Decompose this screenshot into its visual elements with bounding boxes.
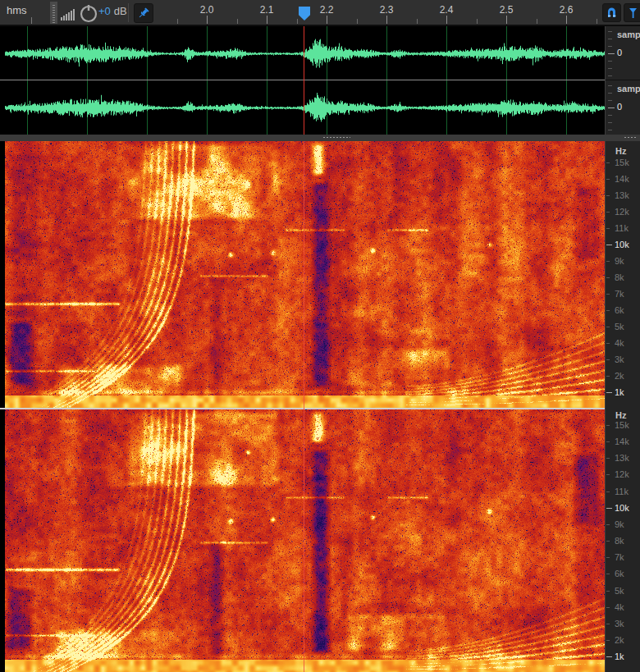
frequency-label: 15k <box>615 420 629 430</box>
amplitude-zero-label: 0 <box>617 102 622 112</box>
frequency-label: 1k <box>615 387 624 397</box>
pane-divider[interactable] <box>0 135 640 141</box>
frequency-label: 8k <box>615 272 624 282</box>
ruler-tick-minor <box>477 19 478 24</box>
amplitude-tick <box>608 75 612 76</box>
vertical-rulers[interactable]: samp0samp0Hz15k14k13k12k11k10k9k8k7k6k5k… <box>605 26 640 672</box>
divider-grip[interactable] <box>322 136 350 139</box>
frequency-tick <box>606 294 610 295</box>
spectrogram-channel-1[interactable] <box>5 141 605 408</box>
frequency-label: 4k <box>615 338 624 348</box>
waveform-channel-2[interactable] <box>5 80 605 135</box>
frequency-tick <box>606 441 610 442</box>
audio-editor-window: hms +0dB <box>0 0 640 672</box>
amplitude-tick <box>608 100 612 101</box>
ruler-tick-major <box>506 16 507 24</box>
amplitude-tick <box>608 61 612 62</box>
frequency-label: 9k <box>615 519 624 529</box>
frequency-tick <box>606 343 610 344</box>
frequency-label: 1k <box>615 651 624 661</box>
frequency-tick <box>606 212 610 213</box>
frequency-tick <box>606 458 610 459</box>
amplitude-tick <box>608 115 612 116</box>
frequency-tick <box>606 541 610 542</box>
frequency-tick <box>606 162 610 163</box>
amplitude-tick <box>608 93 612 94</box>
ruler-tick-major <box>446 16 447 24</box>
ruler-tick-minor <box>297 19 298 24</box>
amplitude-tick <box>608 31 612 32</box>
frequency-label: 5k <box>615 586 624 596</box>
ruler-tick-minor <box>237 19 238 24</box>
amplitude-tick <box>608 130 612 130</box>
frequency-label: 3k <box>615 619 624 629</box>
frequency-tick <box>606 607 610 608</box>
ruler-tick-major <box>566 16 567 24</box>
playhead-line-spectrogram <box>304 141 304 672</box>
frequency-tick <box>606 491 610 492</box>
frequency-label: 6k <box>615 569 624 578</box>
waveform-channel-1[interactable] <box>5 26 605 80</box>
frequency-label: 14k <box>615 174 629 184</box>
frequency-tick <box>606 656 612 657</box>
magnet-button[interactable] <box>602 3 621 22</box>
ruler-tick-minor <box>597 19 597 24</box>
frequency-label: 4k <box>615 602 624 612</box>
amplitude-unit-label: samp <box>617 30 640 39</box>
frequency-tick <box>606 179 610 180</box>
frequency-label: 3k <box>615 354 624 364</box>
frequency-label: 5k <box>615 322 624 331</box>
ruler-tick-major <box>267 16 267 24</box>
frequency-tick <box>606 261 610 262</box>
frequency-tick <box>606 228 610 229</box>
amplitude-tick <box>608 39 612 39</box>
razor-pin-button[interactable] <box>624 3 640 22</box>
frequency-unit-label: Hz <box>615 146 626 156</box>
frequency-label: 11k <box>615 223 629 233</box>
frequency-tick <box>606 195 610 196</box>
frequency-label: 15k <box>615 158 629 167</box>
ruler-channel-separator <box>606 80 640 80</box>
ruler-tick-major <box>386 16 387 24</box>
ruler-tick-minor <box>177 19 178 24</box>
amplitude-tick <box>608 68 612 69</box>
ruler-tick-major <box>327 16 327 24</box>
time-label: 2.6 <box>554 4 578 16</box>
time-label: 2.0 <box>194 4 219 16</box>
ruler-tick-minor <box>417 19 418 24</box>
amplitude-tick <box>608 107 615 108</box>
frequency-label: 8k <box>615 536 624 546</box>
frequency-label: 14k <box>615 437 629 446</box>
amplitude-tick <box>608 122 612 123</box>
frequency-label: 7k <box>615 289 624 299</box>
frequency-label: 12k <box>615 469 629 479</box>
ruler-tick-minor <box>537 19 537 24</box>
ruler-tick-minor <box>357 19 358 24</box>
frequency-tick <box>606 474 610 475</box>
time-label: 2.1 <box>254 4 279 16</box>
frequency-tick <box>606 425 610 426</box>
time-label: 2.5 <box>494 4 519 16</box>
frequency-tick <box>606 392 612 393</box>
frequency-label: 12k <box>615 207 629 217</box>
frequency-tick <box>606 508 612 509</box>
amplitude-zero-label: 0 <box>617 48 622 57</box>
toolbar: hms +0dB <box>0 0 640 26</box>
spectrogram-channel-divider[interactable] <box>0 408 605 409</box>
amplitude-tick <box>608 46 612 47</box>
frequency-tick <box>606 376 610 377</box>
time-label: 2.3 <box>374 4 399 16</box>
amplitude-tick <box>608 85 612 86</box>
divider-grip-right[interactable] <box>624 136 637 139</box>
frequency-label: 10k <box>615 240 629 249</box>
amplitude-unit-label: samp <box>617 84 640 94</box>
frequency-label: 6k <box>615 305 624 315</box>
frequency-tick <box>606 640 610 641</box>
frequency-tick <box>606 624 610 624</box>
time-label: 2.2 <box>314 4 339 16</box>
frequency-tick <box>606 574 610 574</box>
channel-separator <box>0 80 605 80</box>
playhead-line-waveform <box>304 26 304 135</box>
frequency-label: 13k <box>615 190 629 200</box>
spectrogram-channel-2[interactable] <box>5 409 605 672</box>
